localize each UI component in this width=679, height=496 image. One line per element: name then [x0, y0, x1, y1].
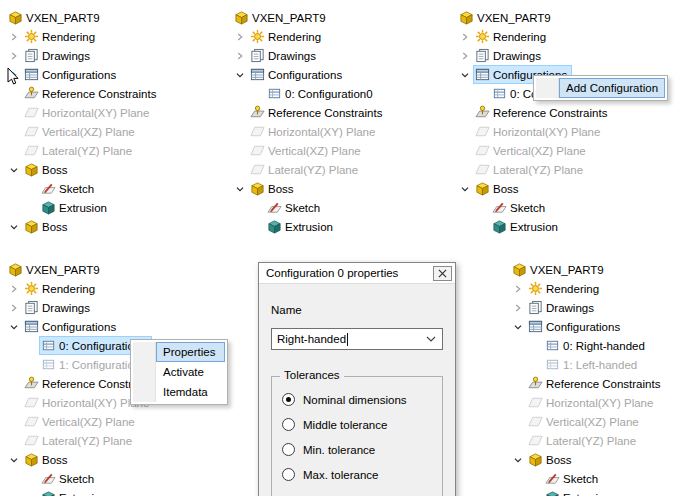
- tree-item-content: Extrusion: [543, 488, 616, 496]
- expand-arrow-icon[interactable]: [510, 300, 526, 316]
- tree-item-extrusion[interactable]: Extrusion: [455, 217, 612, 236]
- tree-item-boss[interactable]: Boss: [4, 160, 161, 179]
- tree-item-vxen-part9[interactable]: VXEN_PART9: [4, 260, 161, 279]
- tree-item-lateral-yz-plane[interactable]: Lateral(YZ) Plane: [230, 160, 387, 179]
- tree-item-drawings[interactable]: Drawings: [508, 298, 665, 317]
- menu-item-properties[interactable]: Properties: [156, 342, 225, 362]
- expand-arrow-icon[interactable]: [6, 29, 22, 45]
- tree-item-rendering[interactable]: Rendering: [4, 27, 161, 46]
- tree-item-content: Lateral(YZ) Plane: [526, 431, 641, 450]
- tree-item-vertical-xz-plane[interactable]: Vertical(XZ) Plane: [4, 122, 161, 141]
- tree-item-vxen-part9[interactable]: VXEN_PART9: [508, 260, 665, 279]
- tree-item-horizontal-xy-plane[interactable]: Horizontal(XY) Plane: [4, 103, 161, 122]
- dialog-title-bar[interactable]: Configuration 0 properties: [259, 263, 455, 284]
- tree-item-extrusion[interactable]: Extrusion: [508, 488, 665, 496]
- collapse-arrow-icon[interactable]: [232, 181, 248, 197]
- tree-item-rendering[interactable]: Rendering: [4, 279, 161, 298]
- tree-item-vxen-part9[interactable]: VXEN_PART9: [230, 8, 387, 27]
- expand-arrow-icon[interactable]: [6, 300, 22, 316]
- tree-item-content: Extrusion: [490, 217, 563, 236]
- tree-item-extrusion[interactable]: Extrusion: [4, 488, 161, 496]
- config-item-icon: [545, 357, 560, 372]
- tree-item-extrusion[interactable]: Extrusion: [4, 198, 161, 217]
- collapse-arrow-icon[interactable]: [457, 67, 473, 83]
- tree-item-label: Rendering: [268, 31, 321, 43]
- tree-item-drawings[interactable]: Drawings: [455, 46, 612, 65]
- menu-item-itemdata[interactable]: Itemdata: [156, 382, 225, 402]
- tree-item-rendering[interactable]: Rendering: [230, 27, 387, 46]
- expand-arrow-icon[interactable]: [510, 281, 526, 297]
- arrow-slot-empty: [249, 219, 265, 235]
- tree-item-reference-constraints[interactable]: Reference Constraints: [4, 84, 161, 103]
- tree-item-vxen-part9[interactable]: VXEN_PART9: [4, 8, 161, 27]
- tree-item-lateral-yz-plane[interactable]: Lateral(YZ) Plane: [508, 431, 665, 450]
- tree-item-boss[interactable]: Boss: [455, 179, 612, 198]
- expand-arrow-icon[interactable]: [6, 281, 22, 297]
- expand-arrow-icon[interactable]: [6, 48, 22, 64]
- tree-item-horizontal-xy-plane[interactable]: Horizontal(XY) Plane: [455, 122, 612, 141]
- collapse-arrow-icon[interactable]: [6, 452, 22, 468]
- collapse-arrow-icon[interactable]: [510, 319, 526, 335]
- tree-item-sketch[interactable]: Sketch: [508, 469, 665, 488]
- tree-item-configurations[interactable]: Configurations: [508, 317, 665, 336]
- tree-item-boss[interactable]: Boss: [508, 450, 665, 469]
- tree-item-lateral-yz-plane[interactable]: Lateral(YZ) Plane: [455, 160, 612, 179]
- tree-item-drawings[interactable]: Drawings: [230, 46, 387, 65]
- collapse-arrow-icon[interactable]: [232, 67, 248, 83]
- tree-item-vxen-part9[interactable]: VXEN_PART9: [455, 8, 612, 27]
- tree-item-configurations[interactable]: Configurations: [4, 317, 161, 336]
- collapse-arrow-icon[interactable]: [457, 181, 473, 197]
- tree-item-reference-constraints[interactable]: Reference Constraints: [230, 103, 387, 122]
- tree-item-sketch[interactable]: Sketch: [4, 469, 161, 488]
- tree-item-label: Vertical(XZ) Plane: [268, 145, 361, 157]
- tree-item-vertical-xz-plane[interactable]: Vertical(XZ) Plane: [4, 412, 161, 431]
- tree-item-drawings[interactable]: Drawings: [4, 298, 161, 317]
- part-icon: [459, 10, 474, 25]
- tree-item-sketch[interactable]: Sketch: [455, 198, 612, 217]
- expand-arrow-icon[interactable]: [232, 48, 248, 64]
- tree-item-1-left-handed[interactable]: 1: Left-handed: [508, 355, 665, 374]
- tree-item-boss[interactable]: Boss: [4, 450, 161, 469]
- menu-item-activate[interactable]: Activate: [156, 362, 225, 382]
- tree-item-configurations[interactable]: Configurations: [4, 65, 161, 84]
- arrow-slot-empty: [232, 105, 248, 121]
- tree-item-drawings[interactable]: Drawings: [4, 46, 161, 65]
- collapse-arrow-icon[interactable]: [6, 162, 22, 178]
- tree-item-vertical-xz-plane[interactable]: Vertical(XZ) Plane: [455, 141, 612, 160]
- tree-item-lateral-yz-plane[interactable]: Lateral(YZ) Plane: [4, 431, 161, 450]
- tree-item-rendering[interactable]: Rendering: [508, 279, 665, 298]
- radio-max-tolerance[interactable]: Max. tolerance: [282, 468, 432, 481]
- close-button[interactable]: [433, 266, 452, 281]
- tree-item-vertical-xz-plane[interactable]: Vertical(XZ) Plane: [508, 412, 665, 431]
- tree-item-0-right-handed[interactable]: 0: Right-handed: [508, 336, 665, 355]
- collapse-arrow-icon[interactable]: [6, 219, 22, 235]
- tree-item-boss[interactable]: Boss: [230, 179, 387, 198]
- tree-item-content: Lateral(YZ) Plane: [248, 160, 363, 179]
- tree-item-reference-constraints[interactable]: Reference Constraints: [508, 374, 665, 393]
- tree-item-horizontal-xy-plane[interactable]: Horizontal(XY) Plane: [508, 393, 665, 412]
- tree-item-boss[interactable]: Boss: [4, 217, 161, 236]
- tree-item-lateral-yz-plane[interactable]: Lateral(YZ) Plane: [4, 141, 161, 160]
- expand-arrow-icon[interactable]: [232, 29, 248, 45]
- name-combobox[interactable]: Right-handed: [271, 328, 443, 350]
- radio-nominal-dimensions[interactable]: Nominal dimensions: [282, 393, 432, 406]
- tree-item-reference-constraints[interactable]: Reference Constraints: [455, 103, 612, 122]
- expand-arrow-icon[interactable]: [457, 29, 473, 45]
- tree-item-sketch[interactable]: Sketch: [230, 198, 387, 217]
- menu-item-add-configuration[interactable]: Add Configuration: [559, 78, 665, 98]
- collapse-arrow-icon[interactable]: [6, 319, 22, 335]
- tree-item-horizontal-xy-plane[interactable]: Horizontal(XY) Plane: [230, 122, 387, 141]
- tree-item-configurations[interactable]: Configurations: [230, 65, 387, 84]
- dropdown-chevron-icon[interactable]: [423, 336, 439, 342]
- tree-item-sketch[interactable]: Sketch: [4, 179, 161, 198]
- tree-item-vertical-xz-plane[interactable]: Vertical(XZ) Plane: [230, 141, 387, 160]
- radio-min-tolerance[interactable]: Min. tolerance: [282, 443, 432, 456]
- tree-item-0-configuration0[interactable]: 0: Configuration0: [230, 84, 387, 103]
- tree-item-rendering[interactable]: Rendering: [455, 27, 612, 46]
- plane-icon: [475, 162, 490, 177]
- expand-arrow-icon[interactable]: [457, 48, 473, 64]
- radio-middle-tolerance[interactable]: Middle tolerance: [282, 418, 432, 431]
- config-item-icon: [545, 338, 560, 353]
- tree-item-extrusion[interactable]: Extrusion: [230, 217, 387, 236]
- collapse-arrow-icon[interactable]: [510, 452, 526, 468]
